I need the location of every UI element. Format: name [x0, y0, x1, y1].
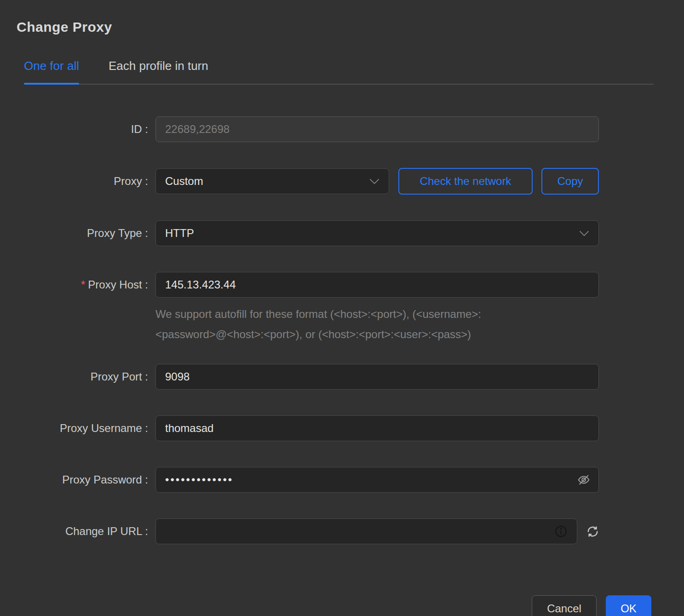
- proxy-host-helper-text: We support autofill for these format (<h…: [155, 304, 557, 345]
- proxy-host-row: *Proxy Host :: [0, 272, 684, 298]
- proxy-form: ID : Proxy : Custom Check the network Co…: [0, 116, 684, 570]
- proxy-host-input[interactable]: [155, 272, 599, 298]
- proxy-username-label: Proxy Username :: [0, 422, 148, 435]
- proxy-password-input[interactable]: [155, 467, 599, 493]
- proxy-label: Proxy :: [0, 175, 148, 188]
- chevron-down-icon: [369, 178, 379, 184]
- active-tab-underline: [24, 83, 79, 85]
- proxy-port-input[interactable]: [155, 364, 599, 390]
- proxy-host-label: *Proxy Host :: [0, 278, 148, 291]
- refresh-icon[interactable]: [586, 525, 599, 538]
- change-proxy-dialog: Change Proxy One for all Each profile in…: [0, 0, 684, 616]
- dialog-footer: Cancel OK: [0, 595, 651, 616]
- tab-one-for-all[interactable]: One for all: [24, 59, 79, 84]
- chevron-down-icon: [579, 230, 589, 236]
- proxy-username-row: Proxy Username :: [0, 415, 684, 441]
- proxy-port-row: Proxy Port :: [0, 364, 684, 390]
- proxy-port-label: Proxy Port :: [0, 370, 148, 383]
- proxy-type-value: HTTP: [165, 227, 194, 240]
- tab-each-profile-in-turn[interactable]: Each profile in turn: [109, 59, 208, 84]
- eye-off-icon[interactable]: [577, 473, 591, 487]
- info-icon: [555, 525, 567, 538]
- check-network-button[interactable]: Check the network: [398, 168, 533, 195]
- proxy-password-label: Proxy Password :: [0, 473, 148, 486]
- id-input: [155, 116, 599, 142]
- proxy-select[interactable]: Custom: [155, 168, 389, 194]
- id-label: ID :: [0, 123, 148, 136]
- proxy-row: Proxy : Custom Check the network Copy: [0, 168, 684, 195]
- tabs-bar: One for all Each profile in turn: [24, 59, 654, 85]
- proxy-type-select[interactable]: HTTP: [155, 220, 599, 246]
- cancel-button[interactable]: Cancel: [532, 595, 597, 616]
- proxy-username-input[interactable]: [155, 415, 599, 441]
- tab-one-for-all-label: One for all: [24, 59, 79, 73]
- change-ip-url-input[interactable]: [155, 518, 577, 544]
- ok-button[interactable]: OK: [606, 595, 651, 616]
- proxy-password-row: Proxy Password :: [0, 467, 684, 493]
- change-ip-url-label: Change IP URL :: [0, 525, 148, 538]
- required-asterisk: *: [81, 278, 85, 291]
- proxy-select-value: Custom: [165, 175, 203, 188]
- dialog-title: Change Proxy: [17, 19, 684, 35]
- tab-each-profile-label: Each profile in turn: [109, 59, 208, 73]
- id-row: ID :: [0, 116, 684, 142]
- proxy-host-group: *Proxy Host : We support autofill for th…: [0, 272, 684, 345]
- proxy-type-label: Proxy Type :: [0, 227, 148, 240]
- copy-button[interactable]: Copy: [541, 168, 599, 195]
- change-ip-url-row: Change IP URL :: [0, 518, 684, 544]
- proxy-type-row: Proxy Type : HTTP: [0, 220, 684, 246]
